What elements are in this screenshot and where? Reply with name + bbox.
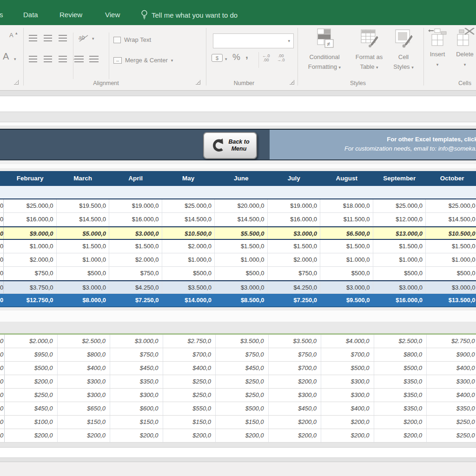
insert-button[interactable]: Insert ▾ xyxy=(426,28,449,70)
value-cell[interactable]: $3.000,0 xyxy=(320,281,373,293)
value-cell[interactable]: $100,0 xyxy=(5,416,58,429)
merge-center-button[interactable]: ↔ Merge & Center ▾ xyxy=(113,57,173,64)
value-cell[interactable]: $500,0 xyxy=(162,267,215,280)
value-cell[interactable]: $1.000,0 xyxy=(320,253,373,266)
clipped-january-cell[interactable]: 0 xyxy=(0,429,5,442)
value-cell[interactable]: $6.500,0 xyxy=(320,227,373,239)
value-cell[interactable]: $12.000,0 xyxy=(373,213,426,226)
value-cell[interactable]: $250,0 xyxy=(216,389,269,402)
value-cell[interactable]: $5.000,0 xyxy=(57,227,110,239)
value-cell[interactable]: $2.000,0 xyxy=(5,335,58,348)
value-cell[interactable]: $19.000,0 xyxy=(268,199,321,212)
comma-style-button[interactable]: , xyxy=(245,49,248,60)
value-cell[interactable]: $250,0 xyxy=(5,389,58,402)
value-cell[interactable]: $1.500,0 xyxy=(426,240,476,253)
conditional-formatting-button[interactable]: ≠ Conditional Formatting ▾ xyxy=(302,28,347,73)
value-cell[interactable]: $1.500,0 xyxy=(109,240,162,253)
value-cell[interactable]: $150,0 xyxy=(216,416,269,429)
month-header-cell[interactable]: April xyxy=(109,171,162,186)
font-dialog-launcher[interactable] xyxy=(14,80,19,85)
formula-bar[interactable] xyxy=(0,96,476,112)
percent-style-button[interactable]: % xyxy=(232,52,240,62)
value-cell[interactable]: $7.250,0 xyxy=(109,294,162,306)
value-cell[interactable]: $750,0 xyxy=(268,267,321,280)
month-header-cell[interactable]: October xyxy=(426,171,476,186)
clipped-january-cell[interactable]: 0 xyxy=(0,294,4,306)
clipped-january-cell[interactable]: 0 xyxy=(0,389,5,402)
value-cell[interactable]: $400,0 xyxy=(427,362,476,375)
value-cell[interactable]: $350,0 xyxy=(374,402,427,415)
month-header-cell[interactable]: August xyxy=(320,171,373,186)
value-cell[interactable]: $3.000,0 xyxy=(57,281,110,293)
tab-review[interactable]: Review xyxy=(60,9,82,20)
value-cell[interactable]: $1.000,0 xyxy=(57,253,110,266)
value-cell[interactable]: $400,0 xyxy=(163,362,216,375)
value-cell[interactable]: $450,0 xyxy=(110,362,163,375)
value-cell[interactable]: $13.000,0 xyxy=(373,227,426,239)
align-left-button[interactable] xyxy=(29,56,37,62)
month-header-cell[interactable]: March xyxy=(57,171,110,186)
value-cell[interactable]: $2.000,0 xyxy=(162,240,215,253)
value-cell[interactable]: $200,0 xyxy=(216,429,269,442)
banner-info-line1[interactable]: For other Excel templates, click → xyxy=(270,136,476,143)
month-header-cell[interactable]: September xyxy=(373,171,426,186)
value-cell[interactable]: $3.500,0 xyxy=(216,335,269,348)
value-cell[interactable]: $300,0 xyxy=(58,375,111,388)
value-cell[interactable]: $25.000,0 xyxy=(426,199,476,212)
value-cell[interactable]: $750,0 xyxy=(110,348,163,361)
value-cell[interactable]: $25.000,0 xyxy=(4,199,57,212)
value-cell[interactable]: $150,0 xyxy=(163,416,216,429)
clipped-january-cell[interactable]: 0 xyxy=(0,416,5,429)
value-cell[interactable]: $500,0 xyxy=(321,362,374,375)
value-cell[interactable]: $200,0 xyxy=(374,429,427,442)
value-cell[interactable]: $9.500,0 xyxy=(320,294,373,306)
value-cell[interactable]: $3.000,0 xyxy=(268,227,321,239)
value-cell[interactable]: $3.000,0 xyxy=(426,281,476,293)
value-cell[interactable]: $350,0 xyxy=(374,375,427,388)
font-color-caret-icon[interactable]: ▾ xyxy=(14,57,16,61)
value-cell[interactable]: $350,0 xyxy=(374,389,427,402)
orientation-caret-icon[interactable]: ▾ xyxy=(92,36,94,41)
value-cell[interactable]: $13.500,0 xyxy=(426,294,476,306)
value-cell[interactable]: $250,0 xyxy=(163,375,216,388)
value-cell[interactable]: $700,0 xyxy=(163,348,216,361)
value-cell[interactable]: $200,0 xyxy=(163,429,216,442)
value-cell[interactable]: $700,0 xyxy=(321,348,374,361)
value-cell[interactable]: $500,0 xyxy=(216,402,269,415)
value-cell[interactable]: $9.000,0 xyxy=(4,227,57,239)
month-header-cell[interactable]: February xyxy=(4,171,57,186)
tell-me-box[interactable]: Tell me what you want to do xyxy=(141,8,238,21)
value-cell[interactable]: $16.000,0 xyxy=(268,213,321,226)
value-cell[interactable]: $14.000,0 xyxy=(162,294,215,306)
delete-button[interactable]: Delete ▾ xyxy=(452,28,476,70)
value-cell[interactable]: $600,0 xyxy=(110,402,163,415)
value-cell[interactable]: $500,0 xyxy=(57,267,110,280)
month-header-cell[interactable]: June xyxy=(215,171,268,186)
format-as-table-button[interactable]: Format as Table ▾ xyxy=(348,28,390,73)
value-cell[interactable]: $16.000,0 xyxy=(109,213,162,226)
value-cell[interactable]: $300,0 xyxy=(427,375,476,388)
value-cell[interactable]: $25.000,0 xyxy=(373,199,426,212)
month-header-cell[interactable]: May xyxy=(162,171,215,186)
value-cell[interactable]: $1.000,0 xyxy=(373,253,426,266)
value-cell[interactable]: $200,0 xyxy=(5,429,58,442)
value-cell[interactable]: $200,0 xyxy=(321,416,374,429)
wrap-text-button[interactable]: Wrap Text xyxy=(113,36,151,43)
value-cell[interactable]: $1.500,0 xyxy=(215,240,268,253)
value-cell[interactable]: $400,0 xyxy=(427,389,476,402)
accounting-format-button[interactable]: $ xyxy=(212,54,223,62)
value-cell[interactable]: $200,0 xyxy=(269,429,322,442)
value-cell[interactable]: $1.000,0 xyxy=(4,240,57,253)
value-cell[interactable]: $2.000,0 xyxy=(268,253,321,266)
value-cell[interactable]: $19.000,0 xyxy=(109,199,162,212)
value-cell[interactable]: $3.000,0 xyxy=(109,227,162,239)
tab-view[interactable]: View xyxy=(105,9,120,20)
value-cell[interactable]: $14.500,0 xyxy=(57,213,110,226)
value-cell[interactable]: $10.500,0 xyxy=(426,227,476,239)
value-cell[interactable]: $650,0 xyxy=(58,402,111,415)
value-cell[interactable]: $2.500,0 xyxy=(58,335,111,348)
value-cell[interactable]: $500,0 xyxy=(320,267,373,280)
value-cell[interactable]: $500,0 xyxy=(215,267,268,280)
value-cell[interactable]: $450,0 xyxy=(5,402,58,415)
value-cell[interactable]: $150,0 xyxy=(110,416,163,429)
